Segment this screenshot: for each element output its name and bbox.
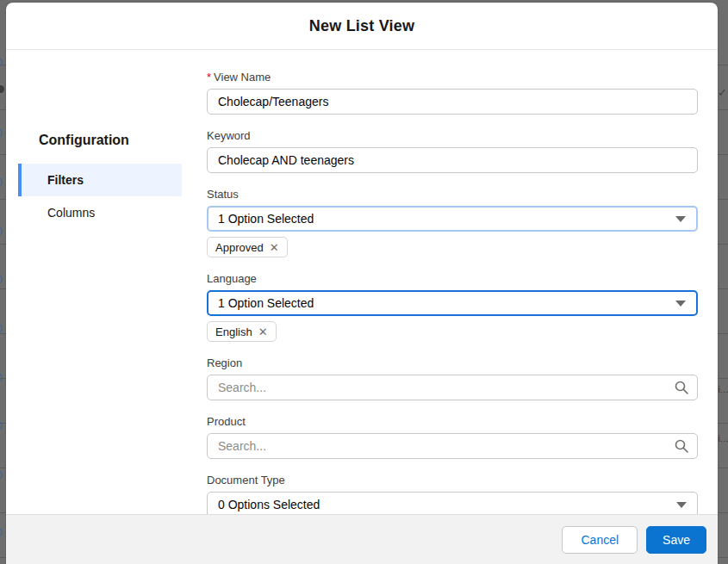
backdrop-link-fragment: 0 [0,274,3,286]
document-type-field: Document Type 0 Options Selected [207,474,698,514]
region-search-input[interactable] [207,375,698,400]
backdrop-link-fragment: 0 [0,226,3,238]
keyword-label: Keyword [207,129,698,142]
backdrop-text-fragment: i... [718,384,728,394]
backdrop-icon-fragment [0,85,4,93]
backdrop-link-fragment: 0 [0,57,3,69]
chevron-down-icon [675,216,686,222]
backdrop-link-fragment: 0 [0,323,3,335]
language-pill-row: English ✕ [207,321,698,342]
sidebar-heading: Configuration [39,133,207,148]
product-field: Product [207,415,698,459]
new-list-view-dialog: New List View Configuration Filters Colu… [6,3,718,564]
backdrop-link-fragment: 0 [0,177,3,189]
view-name-label: *View Name [207,71,698,84]
sidebar-item-label: Columns [47,206,95,220]
region-field: Region [207,356,698,400]
backdrop-link-fragment: 0 [0,469,3,481]
dialog-footer: Cancel Save [6,514,718,564]
keyword-field: Keyword [207,129,698,173]
dialog-header: New List View [6,3,718,50]
region-search [207,375,698,400]
remove-icon[interactable]: ✕ [258,325,268,338]
language-select-value: 1 Option Selected [218,296,314,310]
document-type-select[interactable]: 0 Options Selected [207,492,698,514]
backdrop-text-fragment: i... [718,433,728,443]
sidebar-item-filters[interactable]: Filters [18,164,182,196]
backdrop-link-fragment: 0 [0,372,3,384]
chevron-down-icon [676,502,687,508]
sidebar-item-columns[interactable]: Columns [18,196,182,229]
status-pill-row: Approved ✕ [207,237,698,257]
status-select[interactable]: 1 Option Selected [207,206,698,232]
search-icon [675,381,688,394]
dialog-title: New List View [309,17,414,35]
language-select[interactable]: 1 Option Selected [207,290,698,316]
backdrop-link-fragment: 0 [0,127,3,139]
dialog-body: Configuration Filters Columns *View Name… [6,50,718,514]
status-field: Status 1 Option Selected Approved ✕ [207,188,698,257]
search-icon [675,439,688,453]
screen: 0 0 0 0 0 0 0 0 0 0 ✓ i... i... New List… [0,0,728,564]
status-label: Status [207,188,698,201]
language-pill: English ✕ [207,321,277,342]
region-label: Region [207,356,698,369]
language-label: Language [207,272,698,285]
status-select-value: 1 Option Selected [218,212,314,226]
product-search [207,433,698,459]
remove-icon[interactable]: ✕ [270,241,279,254]
status-pill-label: Approved [215,241,264,254]
cancel-button[interactable]: Cancel [562,526,638,554]
backdrop-check-icon: ✓ [718,86,727,99]
keyword-input[interactable] [207,147,698,173]
required-marker: * [207,71,211,84]
language-field: Language 1 Option Selected English ✕ [207,272,698,342]
filters-form: *View Name Keyword Status 1 Option Selec… [207,50,698,514]
chevron-down-icon [675,301,686,307]
backdrop-link-fragment: 0 [0,527,3,539]
product-label: Product [207,415,698,428]
sidebar-item-label: Filters [47,173,84,187]
document-type-select-value: 0 Options Selected [218,498,320,511]
view-name-field: *View Name [207,71,698,115]
product-search-input[interactable] [207,433,698,459]
backdrop-link-fragment: 0 [0,420,3,432]
document-type-label: Document Type [207,474,698,487]
language-pill-label: English [215,325,252,338]
status-pill: Approved ✕ [207,237,288,257]
configuration-sidebar: Configuration Filters Columns [6,50,207,514]
view-name-input[interactable] [207,89,698,115]
save-button[interactable]: Save [646,526,706,554]
